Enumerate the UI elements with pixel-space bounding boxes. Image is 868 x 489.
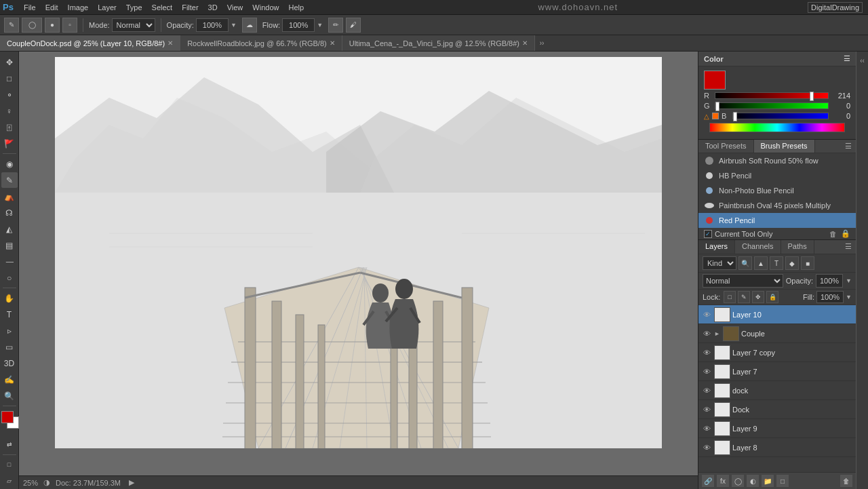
menu-window[interactable]: Window bbox=[248, 2, 283, 13]
zoom-tool[interactable]: 🔍 bbox=[1, 388, 18, 404]
foreground-swatch[interactable] bbox=[704, 71, 726, 90]
brush-tool-icon[interactable]: ✎ bbox=[4, 18, 19, 33]
tab-couple-on-dock[interactable]: CoupleOnDock.psd @ 25% (Layer 10, RGB/8#… bbox=[0, 35, 180, 51]
swap-colors-icon[interactable]: ⇄ bbox=[1, 437, 18, 452]
opacity-blend-input[interactable] bbox=[816, 274, 843, 288]
menu-select[interactable]: Select bbox=[147, 2, 178, 13]
layer-item-dock-lower[interactable]: 👁 dock bbox=[698, 381, 856, 400]
pen-tool[interactable]: ✋ bbox=[1, 290, 18, 306]
dodge-tool[interactable]: ○ bbox=[1, 270, 18, 286]
opacity-input[interactable] bbox=[196, 18, 229, 32]
filter-btn-2[interactable]: ▲ bbox=[754, 256, 768, 270]
clone-tool[interactable]: ⛺ bbox=[1, 189, 18, 204]
preset-item-3[interactable]: Paintbrush Oval 45 pixels Multiply bbox=[698, 198, 856, 213]
brush-shape-icon[interactable]: ▫ bbox=[62, 18, 77, 33]
menu-3d[interactable]: 3D bbox=[203, 2, 222, 13]
layers-tab-layers[interactable]: Layers bbox=[698, 240, 735, 254]
brush-hardness-icon[interactable]: ● bbox=[45, 18, 60, 33]
preset-dropdown-label[interactable]: DigitalDrawing bbox=[808, 2, 863, 13]
blend-mode-select[interactable]: Normal Multiply bbox=[703, 274, 783, 288]
foreground-color[interactable] bbox=[1, 411, 14, 423]
fill-arrow[interactable]: ▼ bbox=[846, 294, 852, 300]
layer-folder-arrow[interactable]: ► bbox=[714, 330, 721, 337]
current-tool-checkbox[interactable] bbox=[704, 230, 712, 238]
flow-dropdown-icon[interactable]: ▼ bbox=[317, 22, 323, 28]
layer-item-layer10[interactable]: 👁 Layer 10 bbox=[698, 305, 856, 324]
path-select-tool[interactable]: ▹ bbox=[1, 323, 18, 338]
shape-tool[interactable]: ▭ bbox=[1, 339, 18, 355]
status-icon-1[interactable]: ◑ bbox=[43, 478, 50, 487]
layer-item-layer7copy[interactable]: 👁 Layer 7 copy bbox=[698, 343, 856, 362]
presets-panel-menu[interactable]: ☰ bbox=[841, 140, 856, 153]
tab-scroll-btn[interactable]: ›› bbox=[535, 35, 549, 52]
b-slider[interactable] bbox=[732, 113, 829, 119]
hand-tool[interactable]: ✍ bbox=[1, 372, 18, 387]
canvas[interactable] bbox=[55, 57, 662, 448]
r-slider[interactable] bbox=[715, 92, 829, 99]
menu-help[interactable]: Help bbox=[283, 2, 309, 13]
tab-close-2[interactable]: ✕ bbox=[522, 39, 528, 47]
kind-filter-select[interactable]: Kind bbox=[703, 256, 736, 270]
g-slider[interactable] bbox=[715, 102, 829, 109]
lock-transparent-btn[interactable]: □ bbox=[724, 291, 736, 303]
filter-btn-3[interactable]: T bbox=[770, 256, 783, 270]
color-spectrum[interactable] bbox=[709, 123, 845, 132]
preset-item-0[interactable]: Airbrush Soft Round 50% flow bbox=[698, 153, 856, 168]
opacity-dropdown-icon[interactable]: ▼ bbox=[231, 22, 237, 28]
3d-tool[interactable]: 3D bbox=[1, 355, 18, 371]
fill-input[interactable] bbox=[816, 291, 844, 303]
collapse-toggle-btn[interactable]: ‹‹ bbox=[860, 57, 865, 64]
quick-select-tool[interactable]: ♀ bbox=[1, 103, 18, 119]
layer-item-dock-upper[interactable]: 👁 Dock bbox=[698, 400, 856, 419]
menu-file[interactable]: File bbox=[19, 2, 41, 13]
layer-group-btn[interactable]: 📁 bbox=[761, 474, 774, 488]
stylus-btn[interactable]: ✏ bbox=[328, 18, 343, 33]
layer-eye-0[interactable]: 👁 bbox=[701, 309, 712, 320]
tool-presets-tab[interactable]: Tool Presets bbox=[698, 140, 754, 153]
status-arrow[interactable]: ▶ bbox=[129, 478, 134, 487]
layers-tab-paths[interactable]: Paths bbox=[781, 240, 814, 254]
lock-all-btn[interactable]: 🔒 bbox=[766, 291, 778, 303]
brush-presets-tab[interactable]: Brush Presets bbox=[754, 140, 815, 153]
preset-item-1[interactable]: HB Pencil bbox=[698, 168, 856, 183]
tab-close-1[interactable]: ✕ bbox=[330, 39, 335, 47]
mode-select[interactable]: Normal Multiply bbox=[112, 18, 155, 32]
layer-eye-3[interactable]: 👁 bbox=[701, 366, 712, 377]
opacity-blend-arrow[interactable]: ▼ bbox=[846, 277, 852, 284]
brush-size-icon[interactable]: ◯ bbox=[22, 18, 42, 33]
layer-fx-btn[interactable]: fx bbox=[716, 474, 730, 488]
move-tool[interactable]: ✥ bbox=[1, 54, 18, 70]
layer-new-btn[interactable]: □ bbox=[776, 474, 789, 488]
menu-layer[interactable]: Layer bbox=[93, 2, 121, 13]
brush-tool[interactable]: ✎ bbox=[1, 172, 18, 188]
canvas-container[interactable] bbox=[19, 52, 698, 475]
type-tool[interactable]: T bbox=[1, 307, 18, 322]
menu-image[interactable]: Image bbox=[63, 2, 94, 13]
marquee-tool[interactable]: □ bbox=[1, 71, 18, 86]
filter-btn-5[interactable]: ■ bbox=[801, 256, 814, 270]
presets-add-icon[interactable]: 🔒 bbox=[841, 229, 850, 238]
layer-eye-5[interactable]: 👁 bbox=[701, 404, 712, 415]
preset-item-4[interactable]: Red Pencil bbox=[698, 213, 856, 228]
screen-mode-tool[interactable]: ▱ bbox=[1, 473, 18, 489]
menu-filter[interactable]: Filter bbox=[177, 2, 203, 13]
menu-edit[interactable]: Edit bbox=[41, 2, 63, 13]
blur-tool[interactable]: ⸻ bbox=[1, 254, 18, 269]
eraser-tool[interactable]: ◭ bbox=[1, 221, 18, 237]
lasso-tool[interactable]: ⚬ bbox=[1, 87, 18, 102]
layer-item-layer8[interactable]: 👁 Layer 8 bbox=[698, 438, 856, 457]
history-brush-tool[interactable]: ☊ bbox=[1, 205, 18, 220]
layer-item-layer9[interactable]: 👁 Layer 9 bbox=[698, 419, 856, 438]
menu-type[interactable]: Type bbox=[121, 2, 147, 13]
stylus-btn2[interactable]: 🖌 bbox=[346, 18, 361, 33]
filter-toggle-btn[interactable]: 🔍 bbox=[738, 256, 752, 270]
filter-btn-4[interactable]: ◆ bbox=[785, 256, 799, 270]
layer-eye-6[interactable]: 👁 bbox=[701, 423, 712, 434]
quick-mask-tool[interactable]: □ bbox=[1, 457, 18, 473]
menu-view[interactable]: View bbox=[222, 2, 248, 13]
preset-item-2[interactable]: Non-Photo Blue Pencil bbox=[698, 183, 856, 198]
eyedropper-tool[interactable]: 🚩 bbox=[1, 136, 18, 151]
layer-eye-1[interactable]: 👁 bbox=[701, 328, 712, 339]
crop-tool[interactable]: ⍐ bbox=[1, 119, 18, 135]
layer-eye-7[interactable]: 👁 bbox=[701, 442, 712, 453]
